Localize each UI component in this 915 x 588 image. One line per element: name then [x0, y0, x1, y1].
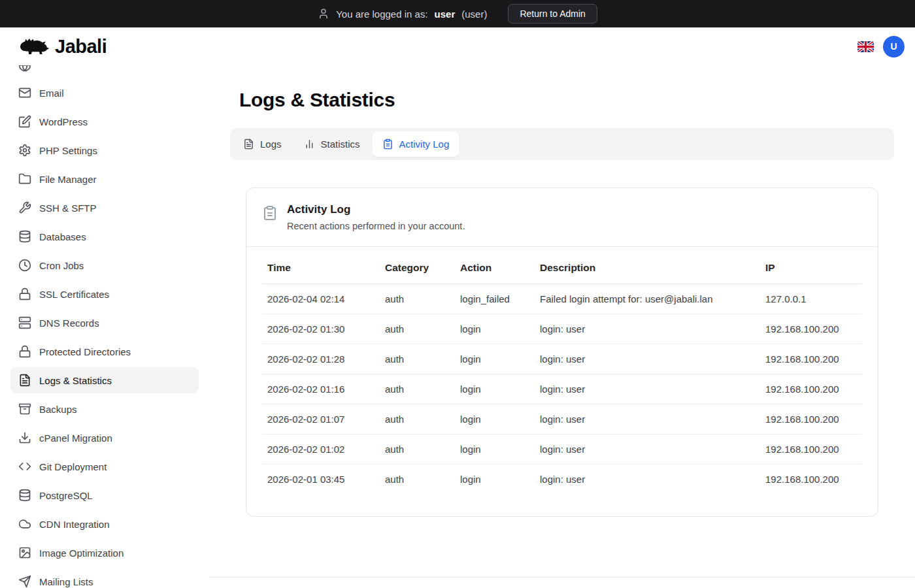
sidebar-item-mailing-lists[interactable]: Mailing Lists	[10, 568, 199, 588]
sidebar-item-partial[interactable]	[18, 65, 31, 72]
table-cell: login	[455, 314, 535, 344]
logged-in-as-text: You are logged in as:	[336, 8, 427, 20]
image-icon	[18, 546, 31, 559]
user-icon	[318, 8, 329, 20]
sidebar-item-label: Image Optimization	[39, 547, 124, 559]
sidebar-item-label: CDN Integration	[39, 519, 110, 530]
sidebar-item-cron-jobs[interactable]: Cron Jobs	[10, 252, 199, 278]
table-cell: 2026-02-02 01:30	[262, 314, 380, 344]
sidebar-item-ssh-sftp[interactable]: SSH & SFTP	[10, 195, 199, 221]
sidebar-item-postgresql[interactable]: PostgreSQL	[10, 482, 199, 508]
table-body: 2026-02-04 02:14authlogin_failedFailed l…	[262, 284, 862, 495]
card-header: Activity Log Recent actions performed in…	[246, 188, 878, 247]
table-cell: 192.168.100.200	[760, 465, 862, 495]
table-cell: 192.168.100.200	[760, 344, 862, 374]
table-cell: 2026-02-02 01:28	[262, 344, 380, 374]
server-icon	[18, 316, 31, 329]
database-icon	[18, 230, 31, 243]
table-cell: 2026-02-01 03:45	[262, 465, 380, 495]
return-to-admin-button[interactable]: Return to Admin	[508, 4, 597, 24]
sidebar-item-label: Email	[39, 88, 64, 99]
clock-icon	[18, 259, 31, 272]
user-avatar[interactable]: U	[883, 36, 905, 57]
sidebar-item-label: Logs & Statistics	[39, 375, 112, 386]
sidebar-item-php-settings[interactable]: PHP Settings	[10, 137, 199, 163]
cloud-icon	[18, 517, 31, 531]
sidebar-item-dns-records[interactable]: DNS Records	[10, 310, 199, 336]
sidebar-item-label: Mailing Lists	[39, 576, 93, 587]
uk-flag-icon[interactable]	[857, 41, 874, 52]
column-header-description: Description	[535, 252, 760, 284]
tab-label: Logs	[260, 139, 282, 150]
sidebar: EmailWordPressPHP SettingsFile ManagerSS…	[0, 65, 209, 588]
sidebar-item-label: WordPress	[39, 116, 88, 127]
app-header: Jabali U	[0, 27, 915, 65]
table-row: 2026-02-04 02:14authlogin_failedFailed l…	[262, 284, 862, 314]
table-cell: auth	[380, 284, 455, 314]
table-cell: login	[455, 434, 535, 465]
table-row: 2026-02-02 01:30authloginlogin: user192.…	[262, 314, 862, 344]
activity-log-card: Activity Log Recent actions performed in…	[246, 188, 878, 517]
table-cell: 192.168.100.200	[760, 434, 862, 465]
table-row: 2026-02-01 03:45authloginlogin: user192.…	[262, 465, 862, 495]
download-icon	[18, 431, 31, 444]
folder-icon	[18, 172, 31, 186]
card-title: Activity Log	[287, 203, 465, 216]
sidebar-item-protected-directories[interactable]: Protected Directories	[10, 338, 199, 365]
sidebar-item-email[interactable]: Email	[10, 80, 199, 106]
sidebar-item-file-manager[interactable]: File Manager	[10, 166, 199, 192]
table-cell: 2026-02-02 01:16	[262, 374, 380, 404]
header-actions: U	[857, 36, 905, 57]
table-cell: 2026-02-02 01:02	[262, 434, 380, 465]
card-subtitle: Recent actions performed in your account…	[287, 221, 465, 231]
tab-statistics[interactable]: Statistics	[294, 131, 370, 157]
sidebar-item-logs-statistics[interactable]: Logs & Statistics	[10, 367, 199, 393]
table-cell: login_failed	[455, 284, 535, 314]
table-cell: login	[455, 374, 535, 404]
page-title: Logs & Statistics	[239, 89, 894, 111]
table-cell: login: user	[535, 374, 760, 404]
sidebar-item-label: cPanel Migration	[39, 433, 112, 444]
table-cell: login	[455, 344, 535, 374]
footer-divider	[209, 577, 915, 578]
layout: EmailWordPressPHP SettingsFile ManagerSS…	[0, 65, 915, 588]
table-cell: 2026-02-04 02:14	[262, 284, 380, 314]
table-cell: Failed login attempt for: user@jabali.la…	[535, 284, 760, 314]
edit-icon	[18, 115, 31, 128]
logged-in-username: user	[435, 8, 456, 20]
tab-activity-log[interactable]: Activity Log	[373, 131, 459, 157]
table-cell: auth	[380, 404, 455, 434]
table-cell: auth	[380, 434, 455, 465]
table-cell: 192.168.100.200	[760, 404, 862, 434]
send-icon	[18, 575, 31, 588]
sidebar-item-label: SSL Certificates	[39, 289, 109, 300]
boar-logo-icon	[17, 35, 50, 57]
sidebar-item-label: File Manager	[39, 174, 97, 185]
column-header-time: Time	[262, 252, 380, 284]
sidebar-item-label: SSH & SFTP	[39, 203, 97, 214]
file-text-icon	[243, 139, 254, 150]
sidebar-item-cpanel-migration[interactable]: cPanel Migration	[10, 425, 199, 451]
column-header-ip: IP	[760, 252, 862, 284]
sidebar-item-git-deployment[interactable]: Git Deployment	[10, 453, 199, 480]
sidebar-item-ssl-certificates[interactable]: SSL Certificates	[10, 281, 199, 307]
sidebar-item-databases[interactable]: Databases	[10, 223, 199, 250]
sidebar-item-image-optimization[interactable]: Image Optimization	[10, 540, 199, 566]
sidebar-nav: EmailWordPressPHP SettingsFile ManagerSS…	[10, 80, 199, 588]
sidebar-item-backups[interactable]: Backups	[10, 396, 199, 422]
brand-name: Jabali	[55, 36, 107, 57]
sidebar-item-label: PostgreSQL	[39, 490, 93, 501]
sidebar-item-label: DNS Records	[39, 318, 99, 329]
table-cell: 127.0.0.1	[760, 284, 862, 314]
tab-logs[interactable]: Logs	[233, 131, 291, 157]
sidebar-item-wordpress[interactable]: WordPress	[10, 108, 199, 135]
activity-table: TimeCategoryActionDescriptionIP 2026-02-…	[262, 252, 862, 494]
table-cell: auth	[380, 344, 455, 374]
sidebar-item-cdn-integration[interactable]: CDN Integration	[10, 511, 199, 537]
wrench-icon	[18, 201, 31, 214]
table-row: 2026-02-02 01:07authloginlogin: user192.…	[262, 404, 862, 434]
table-cell: auth	[380, 465, 455, 495]
table-cell: login	[455, 404, 535, 434]
database-icon	[18, 489, 31, 502]
column-header-category: Category	[380, 252, 455, 284]
